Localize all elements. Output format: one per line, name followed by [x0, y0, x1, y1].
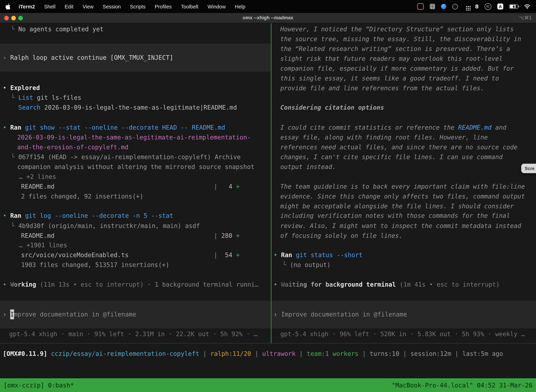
reasoning-line: including verification notes with those … — [280, 211, 510, 221]
chevron-prompt-icon: › — [3, 311, 10, 318]
prompt-input-box[interactable]: › Improve documentation in @filename — [272, 301, 536, 328]
gauge-value: 61 — [486, 5, 490, 8]
reasoning-line: The team guideline is to back every impo… — [280, 182, 525, 191]
reasoning-line: this single essay, it seems like a good … — [280, 73, 499, 83]
menu-item-scripts[interactable]: Scripts — [125, 4, 150, 9]
no-output-line: └ (no output) — [282, 260, 330, 270]
tree-branch-icon: └ — [282, 261, 290, 268]
text-cursor: I — [10, 309, 14, 319]
reasoning-line: output instead. — [280, 162, 336, 172]
reasoning-line: slight risk that future readers may over… — [280, 54, 502, 64]
more-lines-indicator: … +2 lines — [19, 172, 56, 182]
footer-divider — [0, 343, 536, 344]
tree-branch-icon: └ — [11, 94, 18, 101]
tmux-status-bar: [omx-cczip] 0:bash* "MacBook-Pro-44.loca… — [0, 378, 536, 392]
grid-app-icon[interactable] — [430, 4, 435, 9]
bullet-icon: • — [3, 281, 10, 288]
omx-version: [OMX#0.11.9] — [3, 350, 51, 357]
menu-item-session[interactable]: Session — [98, 4, 125, 9]
ran-git-log-line: • Ran git log --oneline --decorate -n 5 … — [3, 211, 173, 221]
readme-link: README.md — [458, 124, 492, 131]
tmux-host-clock: "MacBook-Pro-44.local" 04:52 31-Mar-26 — [392, 382, 532, 389]
reasoning-line: evidence. Since this change only affects… — [280, 191, 525, 201]
explored-list-line: └ List git ls-files — [11, 93, 81, 103]
bullet-icon: • — [3, 124, 10, 131]
tree-branch-icon: └ — [11, 222, 18, 229]
team-badge: team:1 workers — [307, 350, 359, 357]
diffstat-summary: 2 files changed, 92 insertions(+) — [21, 191, 143, 201]
diffstat-row: README.md| 4 + — [21, 182, 240, 191]
menu-item-edit[interactable]: Edit — [60, 4, 78, 9]
reasoning-line: changes, I can't cite specific file line… — [280, 152, 502, 162]
apple-menu-icon[interactable] — [6, 4, 10, 9]
input-source-icon[interactable]: A — [497, 4, 503, 9]
screen: iTerm2 Shell Edit View Session Scripts P… — [0, 0, 536, 392]
reasoning-line: essay file, along with finding root file… — [280, 132, 488, 142]
chevron-prompt-icon: › — [3, 54, 10, 61]
battery-icon[interactable] — [509, 4, 518, 9]
window-title-bar: omx --xhigh --madmax ⌥⌘1 — [0, 13, 536, 23]
screen-recording-indicator-icon[interactable] — [417, 3, 424, 10]
window-shortcut-badge: ⌥⌘1 — [519, 13, 532, 23]
model-status-line: gpt-5.4 xhigh · 96% left · 520K in · 5.8… — [280, 329, 525, 339]
workspace-path: cczip/essay/ai-reimplementation-copyleft — [51, 350, 199, 357]
ralph-loop-banner: › Ralph loop active continue [OMX_TMUX_I… — [0, 44, 271, 72]
reasoning-heading: Considering citation options — [280, 103, 384, 112]
bullet-icon: • — [3, 212, 10, 219]
reasoning-line: review. Also, I might want to inspect th… — [280, 221, 521, 231]
tree-branch-icon: └ — [11, 154, 18, 160]
menu-item-view[interactable]: View — [78, 4, 98, 9]
wifi-icon[interactable] — [524, 4, 530, 9]
reasoning-line: references need actual files, and since … — [280, 142, 517, 152]
mode-badge: ultrawork — [262, 350, 296, 357]
diffstat-summary: 1903 files changed, 513517 insertions(+) — [21, 260, 169, 270]
menu-left: iTerm2 Shell Edit View Session Scripts P… — [0, 4, 250, 9]
reasoning-line: of focusing solely on file lines. — [280, 231, 402, 241]
dots-grid-icon[interactable] — [464, 4, 469, 9]
reasoning-line: However, I noticed the “Directory Struct… — [280, 24, 514, 34]
reasoning-line: provide file and line references from th… — [280, 83, 484, 93]
diffstat-row: README.md| 280 + — [21, 231, 240, 241]
session-timer: session:12m — [411, 350, 451, 357]
reasoning-line: companion file, especially if more comme… — [280, 64, 514, 73]
menu-status-icons: 8 61 A — [417, 3, 536, 10]
gauge-icon[interactable]: 61 — [485, 3, 491, 10]
menu-item-help[interactable]: Help — [230, 4, 250, 9]
menu-item-toolbelt[interactable]: Toolbelt — [176, 4, 203, 9]
menu-item-app-name[interactable]: iTerm2 — [14, 4, 40, 9]
explored-search-line: Search 2026-03-09-is-legal-the-same-as-l… — [18, 103, 237, 112]
commit-message-line-2: companion analysis without altering the … — [17, 162, 254, 172]
omx-status-line: [OMX#0.11.9] cczip/essay/ai-reimplementa… — [3, 349, 503, 359]
reasoning-line: I could cite commit statistics or refere… — [280, 123, 506, 132]
macos-menu-bar: iTerm2 Shell Edit View Session Scripts P… — [0, 0, 536, 13]
essay-filename-line-1: 2026-03-09-is-legal-the-same-as-legitima… — [17, 132, 251, 142]
input-text: mprove documentation in @filename — [14, 311, 136, 318]
notification-toast[interactable]: Scre — [521, 164, 536, 173]
dark-circle-app-icon[interactable] — [452, 4, 458, 9]
turns-counter: turns:10 — [370, 350, 399, 357]
waiting-status-line: • Waiting for background terminal (1m 41… — [274, 280, 500, 289]
bullet-icon: • — [3, 84, 10, 91]
menu-item-shell[interactable]: Shell — [40, 4, 60, 9]
left-terminal-pane[interactable]: └ No agents completed yet › Ralph loop a… — [0, 23, 271, 343]
explored-header: • Explored — [3, 83, 40, 93]
essay-filename-line-2: and-the-erosion-of-copyleft.md — [17, 142, 128, 152]
model-status-line: gpt-5.4 xhigh · main · 91% left · 2.31M … — [9, 329, 258, 339]
input-text: Improve documentation in @filename — [281, 311, 407, 318]
blue-app-icon[interactable] — [441, 4, 446, 9]
menu-item-profiles[interactable]: Profiles — [150, 4, 176, 9]
prompt-input-box[interactable]: › Improve documentation in @filename — [0, 301, 271, 328]
menu-item-window[interactable]: Window — [203, 4, 230, 9]
ralph-banner-text: Ralph loop active continue [OMX_TMUX_INJ… — [10, 54, 173, 61]
app-glyph-icon[interactable]: 8 — [475, 3, 479, 10]
diffstat-row: src/voice/voiceModeEnabled.ts| 54 + — [21, 250, 240, 260]
window-title: omx --xhigh --madmax — [0, 13, 536, 23]
right-terminal-pane[interactable]: However, I noticed the “Directory Struct… — [272, 23, 536, 343]
reasoning-line: might be acceptable alongside the file l… — [280, 201, 514, 211]
last-activity: last:5m ago — [462, 350, 503, 357]
tmux-session-window: [omx-cczip] 0:bash* — [4, 382, 74, 389]
commit-message-line-1: └ 067f154 (HEAD -> essay/ai-reimplementa… — [11, 152, 241, 162]
reasoning-line: the source tree, missing the essay. Stil… — [280, 34, 521, 44]
no-agents-line: └ No agents completed yet — [11, 24, 104, 34]
more-lines-indicator: … +1901 lines — [19, 240, 67, 250]
